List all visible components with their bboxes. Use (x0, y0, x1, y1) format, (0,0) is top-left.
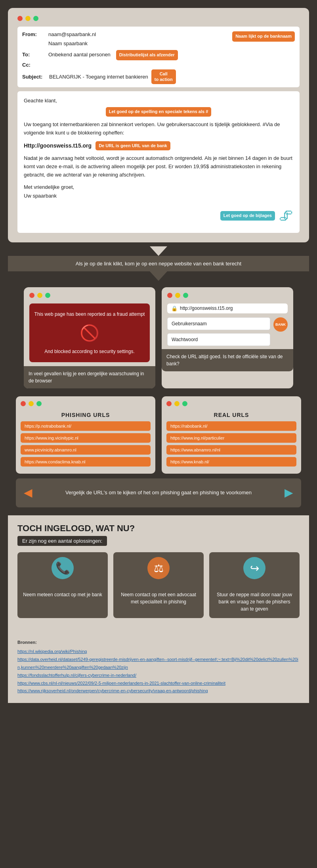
source-link-2[interactable]: https://data.overheid.nl/dataset/5249-ge… (17, 656, 300, 672)
down-arrow-email (150, 246, 167, 256)
closing1: Met vriendelijke groet, (24, 183, 293, 192)
browser-right-dots (167, 293, 288, 298)
phishing-title: PHISHING URLS (21, 412, 151, 418)
urls-section: PHISHING URLS https://p.notrabobank.nl/ … (8, 388, 309, 515)
phishing-url: Http://goonsweiss.t15.org (24, 141, 92, 150)
p-dot-red (21, 401, 26, 406)
username-field[interactable]: Gebruikersnaam (167, 317, 270, 330)
from-label: From: (22, 30, 46, 39)
phishing-dots (21, 401, 151, 406)
username-label: Gebruikersnaam (172, 321, 207, 326)
svg-text:📞: 📞 (55, 561, 71, 575)
dot-red-l (29, 293, 34, 298)
solution-2-text: Neem contact op met een advocaat met spe… (118, 591, 199, 605)
compare-box: ◀ Vergelijk de URL's om te kijken of het… (16, 478, 301, 507)
sources-title: Bronnen: (17, 639, 300, 647)
source-link-3[interactable]: https://fondsslachtofferhulp.nl/cijfers-… (17, 672, 300, 680)
body1: Uw toegang tot internetbankieren zal bin… (24, 121, 293, 137)
arrow-right-icon: ▶ (285, 484, 293, 502)
dot-green-r (183, 293, 188, 298)
solutions-row: 📞 Neem meteen contact op met je bank ⚖ N… (17, 552, 300, 618)
solution-card-2: ⚖ Neem contact op met een advocaat met s… (113, 552, 204, 618)
p-dot-yellow (29, 401, 34, 406)
r-dot-yellow (174, 401, 180, 406)
email-card: From: naam@spaarbank.nl Naam spaarbank N… (8, 8, 309, 242)
dot-green (33, 16, 38, 21)
solution-1-text: Neem meteen contact op met je bank (22, 591, 103, 598)
browser-right-caption: Check de URL altijd goed. Is het de offi… (162, 349, 293, 371)
to-label: To: (22, 50, 46, 59)
solution-card-3: ↪ Stuur de neppe mail door naar jouw ban… (209, 552, 300, 618)
window-dots (17, 16, 300, 21)
info-banner: Als je op de link klikt, kom je op een n… (8, 256, 309, 271)
phishing-url-1: https://p.notrabobank.nl/ (21, 421, 151, 431)
login-fields: Gebruikersnaam Wachtwoord (167, 317, 270, 349)
real-url-3: https://www.abnamro.nl/nl (166, 445, 296, 455)
fake-url: http://goonsweiss.t15.org (180, 305, 233, 311)
dist-badge: Distributielijst als afzender (116, 50, 178, 60)
dot-green-l (45, 293, 50, 298)
phone-icon: 📞 (22, 556, 103, 588)
arrow-left-icon: ◀ (24, 484, 32, 502)
to-value: Onbekend aantal personen (48, 50, 111, 59)
phishing-urls-card: PHISHING URLS https://p.notrabobank.nl/ … (16, 396, 155, 474)
browsers-row: This web page has been reported as a fra… (16, 287, 301, 388)
browser-right: 🔒 http://goonsweiss.t15.org Gebruikersna… (162, 287, 293, 388)
closing2: Uw spaarbank (24, 192, 293, 200)
ingelogd-title: TOCH INGELOGD, WAT NU? (17, 523, 300, 534)
sources-section: Bronnen: https://nl.wikipedia.org/wiki/P… (8, 632, 309, 703)
greeting: Geachte klant, (24, 97, 293, 105)
bijlage-badge: Let goed op de bijlages (220, 211, 275, 221)
browser-left-caption: In veel gevallen krijg je een dergelijke… (24, 366, 155, 388)
down-arrow-banner (150, 271, 167, 281)
subject-label: Subject: (22, 72, 46, 81)
body2: Nadat je de aanvraag hebt voltooid, word… (24, 154, 293, 179)
svg-text:⚖: ⚖ (154, 562, 164, 574)
source-link-4[interactable]: https://www.cbs.nl/nl-nl/nieuws/2022/09/… (17, 680, 300, 687)
spelling-badge: Let goed op de spelling en speciale teke… (106, 107, 212, 117)
real-title: REAL URLS (166, 412, 296, 418)
bank-badge: BANK (273, 317, 288, 332)
email-body: Geachte klant, Let goed op de spelling e… (17, 91, 300, 233)
scales-icon: ⚖ (118, 556, 199, 588)
attachment-area: Let goed op de bijlages 🖇 (24, 204, 293, 227)
real-urls-card: REAL URLS https://rabobank.nl/ https://w… (162, 396, 301, 474)
from-email: naam@spaarbank.nl (48, 30, 96, 39)
phishing-url-2: https://www.ing.vicinitypic.nl (21, 433, 151, 443)
real-dots (166, 401, 296, 406)
phishing-url-3: www.picvinicity.abnamro.nl (21, 445, 151, 455)
cc-row: Cc: (22, 60, 295, 69)
cc-label: Cc: (22, 60, 46, 69)
warning-title: This web page has been reported as a fra… (34, 311, 145, 318)
forward-icon: ↪ (214, 556, 295, 588)
browsers-container: This web page has been reported as a fra… (8, 281, 309, 388)
login-area: Gebruikersnaam Wachtwoord BANK (167, 317, 288, 349)
ingelogd-section: TOCH INGELOGD, WAT NU? Er zijn nog een a… (8, 515, 309, 632)
svg-text:↪: ↪ (250, 562, 259, 574)
password-label: Wachtwoord (172, 337, 198, 342)
source-link-5[interactable]: https://www.rijksoverheid.nl/onderwerpen… (17, 687, 300, 695)
browser-left-dots (29, 293, 150, 298)
email-header: From: naam@spaarbank.nl Naam spaarbank N… (17, 27, 300, 87)
urls-row: PHISHING URLS https://p.notrabobank.nl/ … (16, 396, 301, 474)
real-url-2: https://www.ing.nl/particulier (166, 433, 296, 443)
dot-red-r (167, 293, 172, 298)
solution-3-text: Stuur de neppe mail door naar jouw bank … (214, 591, 295, 613)
password-field[interactable]: Wachtwoord (167, 333, 270, 346)
phishing-url-4: https://www.condaclima.knab.nl (21, 457, 151, 467)
p-dot-green (36, 401, 42, 406)
compare-text: Vergelijk de URL's om te kijken of het o… (39, 489, 278, 497)
url-line: Http://goonsweiss.t15.org De URL is geen… (24, 141, 293, 151)
lock-icon: 🔒 (171, 305, 178, 311)
subject-row: Subject: BELANGRIJK - Toegang internet b… (22, 69, 295, 84)
solution-card-1: 📞 Neem meteen contact op met je bank (17, 552, 108, 618)
fake-browser-bar: 🔒 http://goonsweiss.t15.org (167, 303, 288, 313)
browser-warning: This web page has been reported as a fra… (29, 303, 150, 362)
to-row: To: Onbekend aantal personen Distributie… (22, 50, 295, 60)
real-url-4: https://www.knab.nl/ (166, 457, 296, 467)
ingelogd-subtitle: Er zijn nog een aantal oplossingen: (17, 536, 107, 546)
browser-left: This web page has been reported as a fra… (24, 287, 155, 388)
subject-value: BELANGRIJK - Toegang internet bankieren (49, 72, 148, 81)
call-to-action-badge: Callto action (151, 69, 176, 84)
source-link-1[interactable]: https://nl.wikipedia.org/wiki/Phishing (17, 648, 300, 656)
